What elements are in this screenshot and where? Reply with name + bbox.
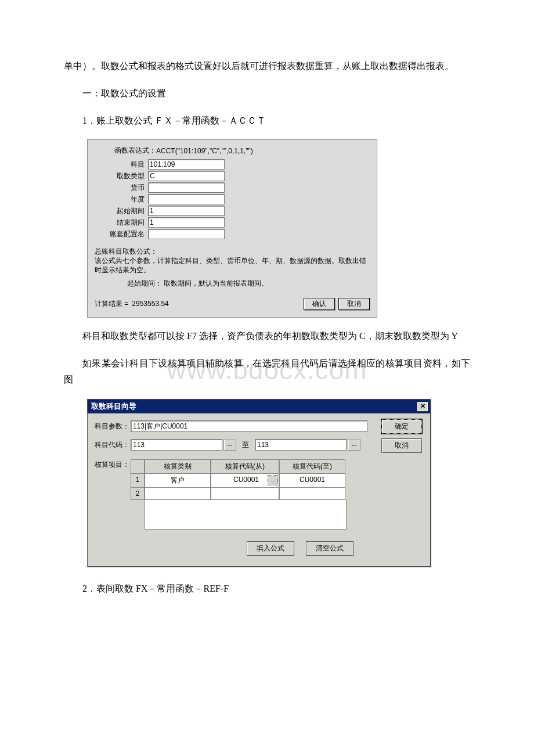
subject-code-label: 科目代码： (95, 440, 131, 450)
result-value: 2953553.54 (132, 300, 168, 308)
currency-input[interactable] (148, 182, 225, 193)
cell-code-to[interactable]: CU0001 (279, 474, 345, 488)
ellipsis-button-to[interactable]: ... (348, 439, 360, 451)
grid-empty-area (145, 500, 347, 530)
sub-desc-label: 起始期间： (127, 279, 162, 287)
subject-param-label: 科目参数： (95, 422, 131, 431)
cell-code-from[interactable]: CU0001 ... (211, 474, 279, 488)
dialog-title: 取数科目向导 (91, 401, 417, 412)
table-row[interactable]: 2 (131, 488, 345, 500)
section-heading-1: 一：取数公式的设置 (64, 85, 470, 102)
subject-code-from-input[interactable] (131, 439, 222, 451)
cell-code-to[interactable] (279, 488, 345, 500)
ellipsis-button-from[interactable]: ... (223, 439, 236, 451)
formula-desc-body: 该公式共七个参数，计算指定科目、类型、货币单位、年、期、数据源的数据。取数出错时… (95, 257, 370, 275)
paragraph-auxiliary: 如果某会计科目下设核算项目辅助核算，在选完科目代码后请选择相应的核算项目资料，如… (64, 355, 470, 389)
table-row[interactable]: 1 客户 CU0001 ... CU0001 (131, 474, 345, 488)
formula-desc-title: 总账科目取数公式： (95, 247, 370, 257)
clear-formula-button[interactable]: 清空公式 (306, 541, 353, 556)
acctset-label: 账套配置名 (95, 229, 148, 239)
result-label: 计算结果 = (95, 299, 128, 309)
currency-label: 货币 (95, 183, 148, 193)
aux-grid: 核算类别 核算代码(从) 核算代码(至) 1 客户 CU0001 ... CU0… (131, 459, 345, 530)
end-period-input[interactable] (148, 217, 225, 228)
fill-formula-button[interactable]: 填入公式 (247, 541, 294, 556)
cell-code-from-text: CU0001 (231, 476, 259, 484)
dialog-titlebar[interactable]: 取数科目向导 ✕ (88, 399, 430, 413)
grid-header-code-to: 核算代码(至) (279, 459, 345, 474)
subject-code-to-input[interactable] (255, 439, 347, 451)
cell-category[interactable] (145, 488, 211, 500)
expression-label: 函数表达式： (114, 146, 156, 156)
year-label: 年度 (95, 195, 148, 204)
start-period-label: 起始期间 (95, 206, 148, 216)
cell-ellipsis-icon[interactable]: ... (268, 475, 278, 485)
row-number: 1 (131, 474, 145, 488)
dialog-cancel-button[interactable]: 取消 (381, 438, 422, 453)
cell-category[interactable]: 客户 (145, 474, 211, 488)
grid-header-blank (131, 459, 145, 474)
ok-button[interactable]: 确认 (304, 298, 335, 310)
subject-input[interactable] (148, 159, 225, 170)
paragraph-1: 单中）。取数公式和报表的格式设置好以后就可进行报表数据重算，从账上取出数据得出报… (64, 58, 470, 75)
item-1: 1．账上取数公式 ＦＸ－常用函数－ＡＣＣＴ (64, 113, 470, 129)
acct-form-panel: 函数表达式： ACCT("101:109","C","",0,1,1,"") 科… (87, 139, 377, 317)
type-label: 取数类型 (95, 171, 148, 181)
acctset-input[interactable] (148, 229, 225, 239)
subject-param-input[interactable] (131, 420, 367, 432)
cancel-button[interactable]: 取消 (338, 298, 370, 310)
grid-header-category: 核算类别 (145, 459, 211, 474)
end-period-label: 结束期间 (95, 218, 148, 228)
subject-wizard-dialog: 取数科目向导 ✕ 确定 取消 科目参数： 科目代码： ... 至 (87, 399, 431, 567)
aux-item-label: 核算项目： (95, 458, 131, 470)
paragraph-f7: 科目和取数类型都可以按 F7 选择，资产负债表的年初数取数类型为 C，期末数取数… (64, 328, 470, 345)
grid-header-code-from: 核算代码(从) (211, 459, 279, 474)
year-input[interactable] (148, 194, 225, 204)
subject-label: 科目 (95, 160, 148, 170)
row-number: 2 (131, 488, 145, 500)
dialog-ok-button[interactable]: 确定 (381, 419, 422, 434)
expression-value: ACCT("101:109","C","",0,1,1,"") (156, 147, 253, 155)
close-icon[interactable]: ✕ (417, 402, 428, 411)
sub-desc-body: 取数期间，默认为当前报表期间。 (164, 279, 268, 287)
item-2: 2．表间取数 FX－常用函数－REF-F (64, 581, 470, 597)
to-label: 至 (242, 440, 249, 450)
cell-code-from[interactable] (211, 488, 279, 500)
type-input[interactable] (148, 171, 225, 181)
start-period-input[interactable] (148, 206, 225, 216)
